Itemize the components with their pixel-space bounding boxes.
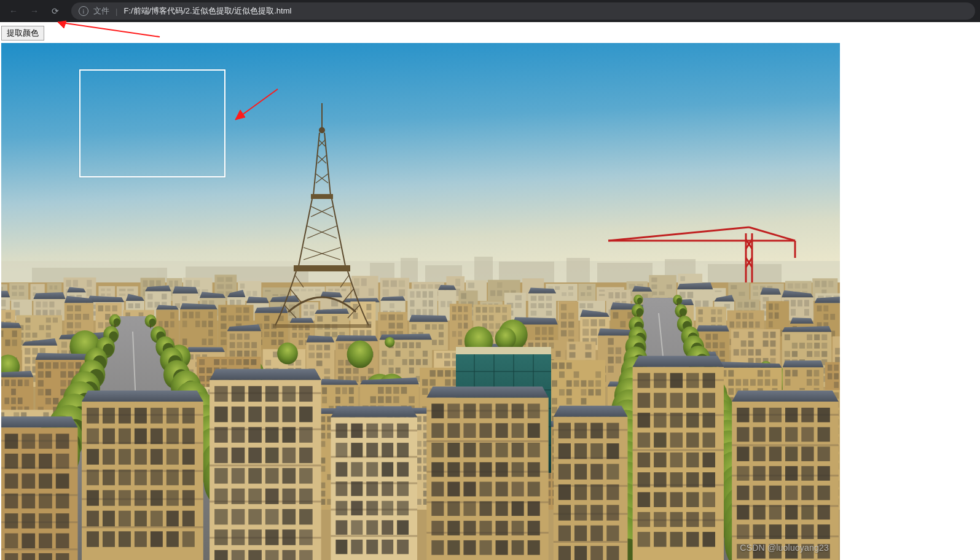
- svg-rect-277: [304, 305, 308, 309]
- svg-rect-545: [332, 316, 337, 322]
- svg-rect-1073: [748, 332, 754, 338]
- svg-rect-305: [423, 309, 427, 316]
- svg-rect-1521: [588, 380, 594, 386]
- svg-rect-3131: [366, 462, 378, 477]
- svg-rect-3121: [335, 540, 347, 554]
- svg-rect-3262: [638, 512, 650, 527]
- svg-rect-3219: [554, 541, 628, 543]
- svg-rect-1070: [741, 349, 747, 356]
- url-field[interactable]: i 文件 | F:/前端/博客代码/2.近似色提取/近似色提取.html: [71, 2, 975, 20]
- svg-rect-336: [538, 296, 544, 301]
- svg-rect-116: [414, 284, 419, 289]
- svg-rect-3005: [103, 408, 115, 424]
- svg-rect-739: [830, 314, 835, 320]
- svg-rect-452: [98, 305, 103, 311]
- svg-rect-93: [294, 289, 299, 292]
- svg-rect-547: [332, 332, 337, 338]
- svg-rect-1110: [814, 334, 820, 340]
- svg-rect-3105: [299, 509, 313, 524]
- svg-rect-3086: [265, 489, 279, 504]
- svg-rect-3065: [232, 427, 245, 442]
- image-canvas[interactable]: CSDN @luoluoyang23: [1, 43, 840, 560]
- svg-rect-2983: [39, 553, 52, 560]
- svg-rect-3352: [818, 505, 830, 519]
- svg-rect-557: [366, 313, 371, 319]
- svg-rect-574: [412, 324, 417, 330]
- svg-rect-3295: [703, 453, 715, 467]
- svg-rect-918: [353, 368, 359, 373]
- svg-rect-3125: [351, 481, 363, 496]
- svg-rect-441: [67, 314, 73, 320]
- svg-rect-3080: [248, 550, 262, 560]
- svg-rect-1505: [566, 389, 572, 395]
- svg-rect-1511: [574, 380, 579, 386]
- svg-rect-1209: [53, 398, 58, 405]
- svg-rect-34: [19, 292, 24, 296]
- svg-rect-1196: [38, 362, 44, 369]
- nav-back-button[interactable]: ←: [5, 2, 22, 20]
- svg-rect-3232: [574, 526, 587, 541]
- svg-rect-445: [75, 305, 81, 311]
- svg-rect-165: [667, 284, 672, 289]
- svg-rect-308: [429, 309, 433, 316]
- svg-rect-3142: [382, 540, 393, 554]
- svg-rect-3036: [167, 470, 179, 486]
- svg-rect-3265: [654, 393, 666, 408]
- svg-rect-859: [230, 333, 235, 340]
- svg-rect-2975: [22, 534, 35, 548]
- svg-rect-3284: [686, 413, 699, 427]
- svg-rect-3017: [119, 511, 131, 527]
- svg-rect-641: [582, 319, 589, 326]
- svg-rect-611: [496, 323, 501, 329]
- svg-rect-948: [423, 359, 428, 365]
- svg-rect-3146: [397, 481, 409, 496]
- svg-rect-3286: [686, 453, 699, 467]
- extract-color-button[interactable]: 提取颜色: [1, 26, 44, 41]
- svg-rect-587: [452, 331, 456, 336]
- svg-rect-3274: [670, 393, 683, 408]
- svg-rect-871: [244, 333, 249, 340]
- svg-rect-3224: [559, 505, 571, 520]
- svg-rect-3087: [265, 509, 279, 524]
- svg-rect-3310: [737, 466, 749, 481]
- svg-rect-3103: [299, 468, 313, 483]
- svg-rect-3211: [528, 521, 540, 535]
- svg-rect-1504: [566, 380, 572, 386]
- svg-rect-491: [195, 321, 200, 327]
- svg-point-2675: [636, 308, 643, 316]
- svg-rect-427: [25, 333, 30, 338]
- svg-rect-147: [587, 286, 591, 290]
- svg-rect-504: [229, 316, 234, 321]
- svg-rect-74: [194, 280, 200, 287]
- svg-rect-522: [264, 332, 270, 337]
- svg-rect-585: [452, 306, 456, 312]
- svg-rect-496: [208, 330, 213, 336]
- page-body: 提取颜色: [0, 22, 980, 560]
- svg-marker-1638: [783, 360, 824, 367]
- reload-button[interactable]: ⟳: [47, 2, 64, 20]
- svg-rect-3228: [574, 443, 587, 459]
- info-icon[interactable]: i: [79, 6, 88, 16]
- paris-image: [1, 43, 840, 560]
- svg-rect-44: [73, 280, 78, 287]
- svg-rect-896: [308, 352, 315, 358]
- svg-rect-513: [243, 316, 249, 321]
- svg-rect-1198: [38, 380, 44, 387]
- svg-rect-1087: [770, 349, 776, 356]
- nav-forward-button[interactable]: →: [26, 2, 43, 20]
- svg-rect-772: [25, 357, 30, 364]
- svg-rect-112: [391, 281, 397, 287]
- svg-rect-1079: [756, 349, 761, 356]
- svg-rect-3095: [282, 489, 296, 504]
- svg-rect-942: [409, 359, 414, 365]
- svg-rect-3000: [87, 449, 99, 465]
- svg-rect-3201: [512, 482, 524, 497]
- svg-rect-3200: [512, 462, 524, 477]
- svg-rect-3193: [496, 482, 508, 497]
- svg-point-2804: [114, 318, 120, 325]
- svg-rect-872: [244, 342, 249, 348]
- svg-rect-3339: [801, 408, 813, 422]
- svg-rect-3010: [103, 511, 115, 527]
- svg-rect-3298: [703, 512, 715, 527]
- svg-rect-924: [368, 368, 374, 373]
